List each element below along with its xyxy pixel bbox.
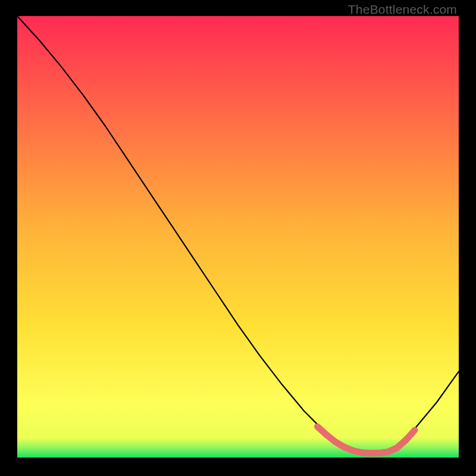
- bottleneck-chart: [17, 16, 459, 458]
- watermark-text: TheBottleneck.com: [348, 2, 457, 17]
- gradient-background: [17, 16, 459, 458]
- chart-frame: [17, 16, 459, 458]
- highlight-dot: [411, 427, 418, 433]
